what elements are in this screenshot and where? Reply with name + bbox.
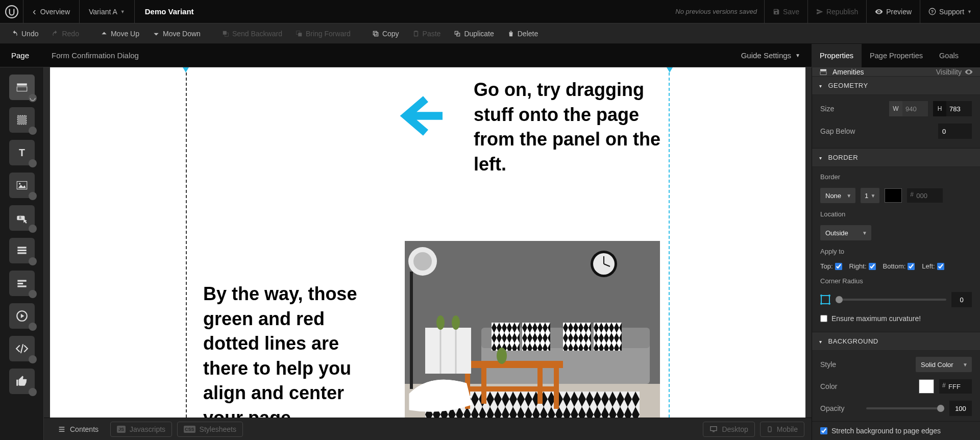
move-down-button[interactable]: Move Down — [148, 28, 206, 40]
tab-form-confirmation[interactable]: Form Confirmation Dialog — [40, 44, 150, 67]
widget-expand-icon — [29, 388, 37, 396]
section-widget[interactable] — [9, 75, 35, 100]
widget-palette: T B — [0, 67, 44, 440]
guide-settings-button[interactable]: Guide Settings ▼ — [730, 44, 812, 67]
apply-right[interactable]: Right: — [849, 262, 876, 270]
eye-icon — [875, 8, 883, 16]
ensure-curvature-checkbox[interactable]: Ensure maximum curvature! — [820, 314, 972, 323]
support-button[interactable]: ? Support ▼ — [920, 0, 980, 23]
overview-button[interactable]: Overview — [23, 0, 80, 23]
stretch-background-checkbox[interactable]: Stretch background to page edges — [812, 422, 980, 440]
svg-point-1 — [878, 11, 880, 12]
desktop-view-button[interactable]: Desktop — [703, 422, 754, 437]
variant-dropdown[interactable]: Variant A ▼ — [80, 0, 135, 23]
guide-line-left — [186, 67, 187, 418]
headline-1[interactable]: Go on, try dragging stuff onto the page … — [474, 78, 668, 177]
height-input[interactable] — [946, 101, 972, 116]
button-widget[interactable]: B — [9, 205, 35, 231]
paste-button[interactable]: Paste — [407, 28, 446, 40]
js-badge-icon: JS — [117, 426, 126, 433]
opacity-input[interactable] — [949, 401, 972, 416]
svg-rect-26 — [17, 280, 26, 282]
arrow-down-icon — [153, 30, 160, 37]
properties-tabs: Properties Page Properties Goals — [812, 44, 980, 67]
gap-input[interactable] — [938, 124, 972, 139]
page-canvas[interactable]: Go on, try dragging stuff onto the page … — [50, 67, 805, 418]
copy-button[interactable]: Copy — [367, 28, 404, 40]
background-section-header[interactable]: BACKGROUND — [812, 332, 980, 351]
bg-style-select[interactable]: Solid Color▼ — [916, 357, 972, 372]
visibility-toggle[interactable]: Visibility — [936, 68, 973, 76]
send-backward-button[interactable]: Send Backward — [217, 28, 287, 40]
republish-button[interactable]: Republish — [807, 0, 866, 23]
javascripts-button[interactable]: JS Javascripts — [110, 422, 172, 437]
social-widget[interactable] — [9, 369, 35, 394]
svg-marker-31 — [183, 67, 189, 72]
apply-bottom[interactable]: Bottom: — [883, 262, 915, 270]
guide-line-right — [669, 67, 670, 418]
bg-color-swatch[interactable] — [919, 379, 934, 394]
overview-label: Overview — [40, 8, 70, 16]
save-status: No previous versions saved — [675, 8, 757, 15]
app-logo[interactable] — [0, 0, 23, 23]
tab-properties[interactable]: Properties — [812, 44, 862, 67]
tab-goals[interactable]: Goals — [931, 44, 967, 67]
mobile-view-button[interactable]: Mobile — [760, 422, 804, 437]
copy-icon — [372, 30, 379, 37]
geometry-section-header[interactable]: GEOMETRY — [812, 77, 980, 95]
h-label: H — [933, 101, 946, 116]
embed-widget[interactable] — [9, 271, 35, 296]
apply-left[interactable]: Left: — [922, 262, 944, 270]
border-location-select[interactable]: Outside▼ — [820, 225, 871, 240]
svg-rect-47 — [461, 361, 563, 368]
corner-radius-slider[interactable] — [836, 299, 946, 301]
border-section-header[interactable]: BORDER — [812, 149, 980, 167]
widget-expand-icon — [29, 192, 37, 200]
undo-button[interactable]: Undo — [6, 28, 43, 40]
move-up-button[interactable]: Move Up — [95, 28, 144, 40]
room-image[interactable] — [405, 241, 660, 418]
widget-expand-icon — [29, 257, 37, 265]
guide-handle-icon[interactable] — [667, 67, 673, 74]
redo-icon — [52, 30, 59, 37]
corner-radius-input[interactable] — [951, 292, 972, 307]
border-color-swatch[interactable] — [885, 188, 902, 203]
opacity-slider[interactable] — [866, 407, 944, 409]
html-widget[interactable] — [9, 336, 35, 361]
contents-button[interactable]: Contents — [51, 422, 105, 437]
guide-handle-icon[interactable] — [183, 67, 189, 74]
width-input[interactable] — [902, 101, 928, 116]
svg-rect-27 — [17, 283, 23, 284]
save-button[interactable]: Save — [764, 0, 807, 23]
apply-top[interactable]: Top: — [820, 262, 842, 270]
svg-rect-69 — [710, 426, 717, 430]
svg-point-77 — [828, 295, 830, 297]
top-bar: Overview Variant A ▼ Demo Variant No pre… — [0, 0, 980, 23]
form-widget[interactable] — [9, 238, 35, 263]
stylesheets-button[interactable]: CSS Stylesheets — [177, 422, 243, 437]
border-width-select[interactable]: 1▼ — [861, 188, 879, 203]
tab-page-properties[interactable]: Page Properties — [862, 44, 931, 67]
bring-forward-button[interactable]: Bring Forward — [290, 28, 356, 40]
video-widget[interactable] — [9, 303, 35, 329]
button-icon: B — [15, 211, 29, 225]
width-field: W — [889, 101, 928, 116]
publish-icon — [816, 8, 823, 15]
svg-rect-23 — [17, 247, 26, 248]
delete-button[interactable]: Delete — [502, 28, 543, 40]
svg-text:T: T — [19, 147, 25, 158]
redo-button[interactable]: Redo — [46, 28, 84, 40]
send-back-icon — [222, 30, 229, 37]
text-widget[interactable]: T — [9, 140, 35, 165]
duplicate-button[interactable]: Duplicate — [449, 28, 499, 40]
box-widget[interactable] — [9, 107, 35, 133]
section-small-icon — [819, 68, 827, 76]
bg-style-label: Style — [820, 360, 861, 369]
tab-page[interactable]: Page — [0, 44, 40, 67]
image-widget[interactable] — [9, 173, 35, 198]
border-style-select[interactable]: None▼ — [820, 188, 855, 203]
preview-button[interactable]: Preview — [866, 0, 920, 23]
headline-2[interactable]: By the way, those green and red dotted l… — [203, 282, 377, 418]
canvas-area[interactable]: Go on, try dragging stuff onto the page … — [44, 67, 812, 418]
arrow-up-icon — [101, 30, 108, 37]
